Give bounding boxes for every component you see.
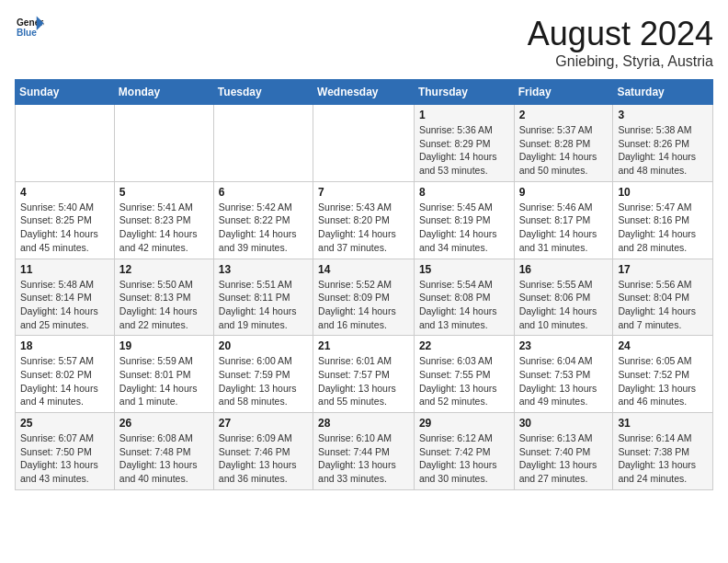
- calendar-table: SundayMondayTuesdayWednesdayThursdayFrid…: [15, 79, 713, 490]
- day-number: 12: [119, 263, 209, 276]
- day-header-wednesday: Wednesday: [313, 80, 415, 105]
- day-info: Sunrise: 5:59 AM Sunset: 8:01 PM Dayligh…: [119, 354, 209, 408]
- day-info: Sunrise: 5:48 AM Sunset: 8:14 PM Dayligh…: [20, 278, 109, 332]
- day-number: 25: [20, 417, 109, 430]
- calendar-cell: 4Sunrise: 5:40 AM Sunset: 8:25 PM Daylig…: [16, 181, 115, 259]
- day-header-friday: Friday: [514, 80, 613, 105]
- day-info: Sunrise: 5:42 AM Sunset: 8:22 PM Dayligh…: [219, 201, 308, 255]
- calendar-body: 1Sunrise: 5:36 AM Sunset: 8:29 PM Daylig…: [16, 105, 713, 490]
- day-number: 20: [219, 339, 308, 352]
- calendar-header-row: SundayMondayTuesdayWednesdayThursdayFrid…: [16, 80, 713, 105]
- day-header-saturday: Saturday: [613, 80, 713, 105]
- day-number: 18: [20, 339, 109, 352]
- page-header: General Blue August 2024 Gniebing, Styri…: [15, 15, 713, 70]
- day-number: 15: [419, 263, 509, 276]
- day-info: Sunrise: 6:07 AM Sunset: 7:50 PM Dayligh…: [20, 431, 109, 486]
- day-info: Sunrise: 5:45 AM Sunset: 8:19 PM Dayligh…: [419, 201, 509, 255]
- day-info: Sunrise: 5:56 AM Sunset: 8:04 PM Dayligh…: [618, 278, 708, 332]
- day-number: 16: [519, 263, 609, 276]
- day-number: 7: [318, 186, 409, 199]
- day-number: 24: [618, 339, 708, 352]
- day-number: 9: [519, 186, 609, 199]
- calendar-cell: 29Sunrise: 6:12 AM Sunset: 7:42 PM Dayli…: [414, 413, 514, 490]
- calendar-cell: 3Sunrise: 5:38 AM Sunset: 8:26 PM Daylig…: [613, 105, 713, 182]
- day-info: Sunrise: 6:01 AM Sunset: 7:57 PM Dayligh…: [318, 354, 409, 408]
- day-info: Sunrise: 5:43 AM Sunset: 8:20 PM Dayligh…: [318, 201, 409, 255]
- day-info: Sunrise: 5:54 AM Sunset: 8:08 PM Dayligh…: [419, 278, 509, 332]
- calendar-cell: 11Sunrise: 5:48 AM Sunset: 8:14 PM Dayli…: [16, 259, 115, 336]
- day-number: 21: [318, 339, 409, 352]
- day-info: Sunrise: 5:51 AM Sunset: 8:11 PM Dayligh…: [219, 278, 308, 332]
- calendar-cell: 25Sunrise: 6:07 AM Sunset: 7:50 PM Dayli…: [16, 413, 115, 490]
- day-number: 23: [519, 339, 609, 352]
- calendar-cell: 6Sunrise: 5:42 AM Sunset: 8:22 PM Daylig…: [213, 181, 313, 259]
- day-number: 19: [119, 339, 209, 352]
- day-number: 11: [20, 263, 109, 276]
- week-row-4: 18Sunrise: 5:57 AM Sunset: 8:02 PM Dayli…: [16, 336, 713, 413]
- day-number: 14: [318, 263, 409, 276]
- calendar-cell: [114, 105, 213, 182]
- calendar-cell: 21Sunrise: 6:01 AM Sunset: 7:57 PM Dayli…: [313, 336, 415, 413]
- calendar-cell: 26Sunrise: 6:08 AM Sunset: 7:48 PM Dayli…: [114, 413, 213, 490]
- day-info: Sunrise: 5:55 AM Sunset: 8:06 PM Dayligh…: [519, 278, 609, 332]
- day-number: 30: [519, 417, 609, 430]
- day-number: 5: [119, 186, 209, 199]
- day-info: Sunrise: 5:36 AM Sunset: 8:29 PM Dayligh…: [419, 123, 509, 178]
- day-number: 26: [119, 417, 209, 430]
- calendar-cell: 15Sunrise: 5:54 AM Sunset: 8:08 PM Dayli…: [414, 259, 514, 336]
- calendar-cell: 22Sunrise: 6:03 AM Sunset: 7:55 PM Dayli…: [414, 336, 514, 413]
- calendar-cell: 16Sunrise: 5:55 AM Sunset: 8:06 PM Dayli…: [514, 259, 613, 336]
- day-info: Sunrise: 6:10 AM Sunset: 7:44 PM Dayligh…: [318, 431, 409, 486]
- week-row-2: 4Sunrise: 5:40 AM Sunset: 8:25 PM Daylig…: [16, 181, 713, 259]
- day-info: Sunrise: 6:12 AM Sunset: 7:42 PM Dayligh…: [419, 431, 509, 486]
- day-number: 27: [219, 417, 308, 430]
- day-info: Sunrise: 6:14 AM Sunset: 7:38 PM Dayligh…: [618, 431, 708, 486]
- day-header-thursday: Thursday: [414, 80, 514, 105]
- day-number: 6: [219, 186, 308, 199]
- calendar-cell: 13Sunrise: 5:51 AM Sunset: 8:11 PM Dayli…: [213, 259, 313, 336]
- calendar-cell: 12Sunrise: 5:50 AM Sunset: 8:13 PM Dayli…: [114, 259, 213, 336]
- week-row-3: 11Sunrise: 5:48 AM Sunset: 8:14 PM Dayli…: [16, 259, 713, 336]
- calendar-cell: 2Sunrise: 5:37 AM Sunset: 8:28 PM Daylig…: [514, 105, 613, 182]
- month-title: August 2024: [528, 15, 713, 53]
- day-info: Sunrise: 5:57 AM Sunset: 8:02 PM Dayligh…: [20, 354, 109, 408]
- calendar-cell: 23Sunrise: 6:04 AM Sunset: 7:53 PM Dayli…: [514, 336, 613, 413]
- day-number: 13: [219, 263, 308, 276]
- logo: General Blue: [15, 15, 44, 40]
- day-info: Sunrise: 5:50 AM Sunset: 8:13 PM Dayligh…: [119, 278, 209, 332]
- day-info: Sunrise: 6:13 AM Sunset: 7:40 PM Dayligh…: [519, 431, 609, 486]
- location-title: Gniebing, Styria, Austria: [528, 53, 713, 70]
- calendar-cell: 1Sunrise: 5:36 AM Sunset: 8:29 PM Daylig…: [414, 105, 514, 182]
- week-row-5: 25Sunrise: 6:07 AM Sunset: 7:50 PM Dayli…: [16, 413, 713, 490]
- day-info: Sunrise: 6:03 AM Sunset: 7:55 PM Dayligh…: [419, 354, 509, 408]
- day-info: Sunrise: 5:47 AM Sunset: 8:16 PM Dayligh…: [618, 201, 708, 255]
- day-info: Sunrise: 5:40 AM Sunset: 8:25 PM Dayligh…: [20, 201, 109, 255]
- day-number: 2: [519, 109, 609, 121]
- calendar-cell: 14Sunrise: 5:52 AM Sunset: 8:09 PM Dayli…: [313, 259, 415, 336]
- calendar-cell: 30Sunrise: 6:13 AM Sunset: 7:40 PM Dayli…: [514, 413, 613, 490]
- day-header-tuesday: Tuesday: [213, 80, 313, 105]
- day-number: 31: [618, 417, 708, 430]
- day-info: Sunrise: 5:41 AM Sunset: 8:23 PM Dayligh…: [119, 201, 209, 255]
- calendar-cell: 9Sunrise: 5:46 AM Sunset: 8:17 PM Daylig…: [514, 181, 613, 259]
- day-info: Sunrise: 6:05 AM Sunset: 7:52 PM Dayligh…: [618, 354, 708, 408]
- day-info: Sunrise: 6:09 AM Sunset: 7:46 PM Dayligh…: [219, 431, 308, 486]
- svg-text:Blue: Blue: [17, 28, 37, 38]
- title-block: August 2024 Gniebing, Styria, Austria: [528, 15, 713, 70]
- day-number: 1: [419, 109, 509, 121]
- day-number: 3: [618, 109, 708, 121]
- calendar-cell: 17Sunrise: 5:56 AM Sunset: 8:04 PM Dayli…: [613, 259, 713, 336]
- calendar-cell: [313, 105, 415, 182]
- day-number: 4: [20, 186, 109, 199]
- day-info: Sunrise: 6:08 AM Sunset: 7:48 PM Dayligh…: [119, 431, 209, 486]
- day-info: Sunrise: 6:04 AM Sunset: 7:53 PM Dayligh…: [519, 354, 609, 408]
- calendar-cell: 18Sunrise: 5:57 AM Sunset: 8:02 PM Dayli…: [16, 336, 115, 413]
- day-info: Sunrise: 5:38 AM Sunset: 8:26 PM Dayligh…: [618, 123, 708, 178]
- day-header-sunday: Sunday: [16, 80, 115, 105]
- day-info: Sunrise: 5:37 AM Sunset: 8:28 PM Dayligh…: [519, 123, 609, 178]
- day-header-monday: Monday: [114, 80, 213, 105]
- calendar-cell: 28Sunrise: 6:10 AM Sunset: 7:44 PM Dayli…: [313, 413, 415, 490]
- day-number: 17: [618, 263, 708, 276]
- week-row-1: 1Sunrise: 5:36 AM Sunset: 8:29 PM Daylig…: [16, 105, 713, 182]
- day-number: 29: [419, 417, 509, 430]
